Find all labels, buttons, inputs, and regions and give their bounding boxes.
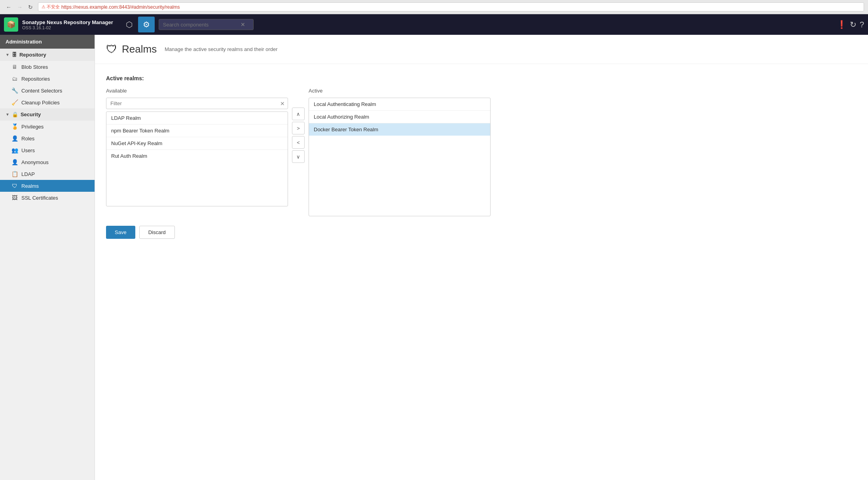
security-group-items: 🏅 Privileges 👤 Roles 👥 Users 👤 Anonymous… xyxy=(0,121,95,204)
help-button[interactable]: ? xyxy=(860,20,864,29)
list-item[interactable]: LDAP Realm xyxy=(106,112,288,125)
search-bar: ✕ xyxy=(159,19,254,30)
cleanup-policies-label: Cleanup Policies xyxy=(21,100,60,106)
sidebar-item-cleanup-policies[interactable]: 🧹 Cleanup Policies xyxy=(0,96,95,108)
gear-nav-button[interactable]: ⚙ xyxy=(138,17,155,32)
roles-label: Roles xyxy=(21,136,34,142)
list-item[interactable]: NuGet API-Key Realm xyxy=(106,137,288,150)
move-down-button[interactable]: ∨ xyxy=(292,150,305,163)
forward-button[interactable]: → xyxy=(15,3,25,11)
section-label: Active realms: xyxy=(106,75,857,81)
header-right: ❗ ↻ ? xyxy=(837,20,864,29)
page-subtitle: Manage the active security realms and th… xyxy=(165,46,277,52)
users-icon: 👥 xyxy=(11,147,18,153)
repository-group-items: 🖥 Blob Stores 🗂 Repositories 🔧 Content S… xyxy=(0,61,95,108)
realms-icon: 🛡 xyxy=(11,183,18,189)
chevron-down-icon: ▼ xyxy=(6,53,9,57)
filter-input[interactable] xyxy=(106,98,288,109)
ldap-icon: 📋 xyxy=(11,171,18,177)
repositories-icon: 🗂 xyxy=(11,76,18,82)
url-text: https://nexus.example.com:8443/#admin/se… xyxy=(61,4,180,10)
active-panel: Active Local Authenticating Realm Local … xyxy=(309,88,491,216)
sidebar-item-blob-stores[interactable]: 🖥 Blob Stores xyxy=(0,61,95,73)
reload-button[interactable]: ↻ xyxy=(26,3,35,11)
sidebar-item-users[interactable]: 👥 Users xyxy=(0,144,95,156)
active-realm-list: Local Authenticating Realm Local Authori… xyxy=(309,98,491,216)
move-up-button[interactable]: ∧ xyxy=(292,108,305,120)
realms-label: Realms xyxy=(21,183,39,189)
back-button[interactable]: ← xyxy=(4,3,13,11)
move-left-button[interactable]: < xyxy=(292,136,305,149)
security-warning: ⚠ 不安全 xyxy=(42,4,60,10)
alert-button[interactable]: ❗ xyxy=(837,20,847,29)
app-title-block: Sonatype Nexus Repository Manager OSS 3.… xyxy=(22,19,113,30)
sidebar: Administration ▼ 🗄 Repository 🖥 Blob Sto… xyxy=(0,35,95,480)
page-header: 🛡 Realms Manage the active security real… xyxy=(95,35,868,64)
list-item[interactable]: Docker Bearer Token Realm xyxy=(309,123,490,136)
sidebar-item-privileges[interactable]: 🏅 Privileges xyxy=(0,121,95,132)
search-clear-icon[interactable]: ✕ xyxy=(241,21,245,28)
privileges-icon: 🏅 xyxy=(11,123,18,130)
form-actions: Save Discard xyxy=(106,226,857,239)
app-header: 📦 Sonatype Nexus Repository Manager OSS … xyxy=(0,14,868,35)
available-realm-list: LDAP Realm npm Bearer Token Realm NuGet … xyxy=(106,111,288,206)
main-layout: Administration ▼ 🗄 Repository 🖥 Blob Sto… xyxy=(0,35,868,480)
sidebar-item-ldap[interactable]: 📋 LDAP xyxy=(0,168,95,180)
content-selectors-label: Content Selectors xyxy=(21,88,62,94)
sidebar-item-content-selectors[interactable]: 🔧 Content Selectors xyxy=(0,85,95,96)
repository-group-icon: 🗄 xyxy=(12,52,17,58)
page-header-icon: 🛡 xyxy=(106,43,117,56)
sidebar-item-ssl-certificates[interactable]: 🖼 SSL Certificates xyxy=(0,192,95,204)
sidebar-group-security[interactable]: ▼ 🔒 Security xyxy=(0,108,95,121)
refresh-button[interactable]: ↻ xyxy=(850,20,857,29)
filter-wrap: ✕ xyxy=(106,98,288,109)
transfer-buttons: ∧ > < ∨ xyxy=(288,108,309,163)
anonymous-label: Anonymous xyxy=(21,159,49,165)
blob-stores-icon: 🖥 xyxy=(11,64,18,70)
list-item[interactable]: npm Bearer Token Realm xyxy=(106,125,288,137)
cube-nav-button[interactable]: ⬡ xyxy=(121,17,137,32)
security-group-label: Security xyxy=(21,111,41,117)
privileges-label: Privileges xyxy=(21,124,44,130)
content-area: 🛡 Realms Manage the active security real… xyxy=(95,35,868,480)
list-item[interactable]: Rut Auth Realm xyxy=(106,150,288,162)
cleanup-policies-icon: 🧹 xyxy=(11,99,18,106)
security-group-icon: 🔒 xyxy=(12,111,18,117)
discard-button[interactable]: Discard xyxy=(139,226,175,239)
active-label: Active xyxy=(309,88,491,94)
list-item[interactable]: Local Authenticating Realm xyxy=(309,98,490,111)
list-item[interactable]: Local Authorizing Realm xyxy=(309,111,490,123)
users-label: Users xyxy=(21,147,35,153)
search-input[interactable] xyxy=(163,22,238,28)
sidebar-admin-header: Administration xyxy=(0,35,95,49)
ssl-certificates-label: SSL Certificates xyxy=(21,195,58,201)
roles-icon: 👤 xyxy=(11,135,18,142)
browser-nav[interactable]: ← → ↻ xyxy=(4,3,35,11)
save-button[interactable]: Save xyxy=(106,226,135,239)
header-nav: ⬡ ⚙ xyxy=(121,17,155,32)
app-title: Sonatype Nexus Repository Manager xyxy=(22,19,113,25)
repository-group-label: Repository xyxy=(19,52,46,58)
move-right-button[interactable]: > xyxy=(292,122,305,134)
available-label: Available xyxy=(106,88,288,94)
dual-list-container: Available ✕ LDAP Realm npm Bearer Token … xyxy=(106,88,857,216)
page-body: Active realms: Available ✕ LDAP Realm np… xyxy=(95,64,868,250)
browser-bar: ← → ↻ ⚠ 不安全 https://nexus.example.com:84… xyxy=(0,0,868,14)
content-selectors-icon: 🔧 xyxy=(11,87,18,94)
app-logo: 📦 xyxy=(4,17,18,32)
address-bar[interactable]: ⚠ 不安全 https://nexus.example.com:8443/#ad… xyxy=(38,2,864,11)
sidebar-item-repositories[interactable]: 🗂 Repositories xyxy=(0,73,95,85)
filter-clear-icon[interactable]: ✕ xyxy=(280,100,285,107)
page-title: Realms xyxy=(122,43,157,55)
sidebar-group-repository[interactable]: ▼ 🗄 Repository xyxy=(0,49,95,61)
security-chevron-icon: ▼ xyxy=(6,112,9,117)
blob-stores-label: Blob Stores xyxy=(21,64,48,70)
available-panel: Available ✕ LDAP Realm npm Bearer Token … xyxy=(106,88,288,206)
ldap-label: LDAP xyxy=(21,171,35,177)
repositories-label: Repositories xyxy=(21,76,50,82)
sidebar-item-roles[interactable]: 👤 Roles xyxy=(0,132,95,144)
app-version: OSS 3.16.1-02 xyxy=(22,25,113,30)
sidebar-item-realms[interactable]: 🛡 Realms xyxy=(0,180,95,192)
sidebar-item-anonymous[interactable]: 👤 Anonymous xyxy=(0,156,95,168)
ssl-certificates-icon: 🖼 xyxy=(11,195,18,201)
